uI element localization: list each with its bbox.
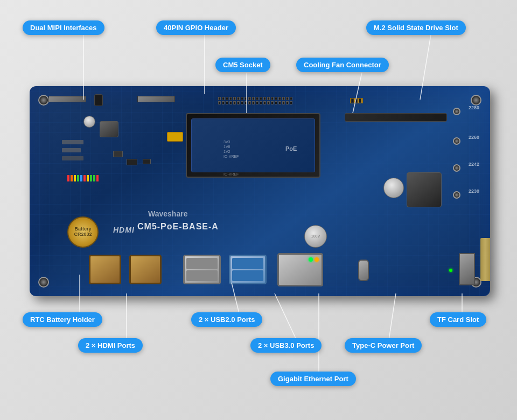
mount-hole-m2-3 xyxy=(453,164,460,172)
small-chip-3 xyxy=(113,151,123,157)
colored-pin xyxy=(90,175,92,181)
colored-pin xyxy=(77,175,79,181)
gpio-pin xyxy=(267,101,270,104)
gpio-pin xyxy=(286,97,289,100)
resistors-area xyxy=(62,140,110,167)
ethernet-port xyxy=(277,253,323,286)
usb2-port-stack xyxy=(183,255,221,284)
fan-pin xyxy=(359,99,361,103)
gpio-pin xyxy=(229,101,232,104)
eth-led-orange xyxy=(315,257,319,262)
usb3-slot-bottom xyxy=(232,270,263,282)
colored-pin xyxy=(80,175,82,181)
main-scene: Dual MIPI Interfaces 40PIN GPIO Header C… xyxy=(0,0,517,420)
gpio-pin xyxy=(290,101,292,104)
m2-label-2280: 2280 xyxy=(469,105,479,110)
gpio-pin xyxy=(260,101,262,104)
colored-pin xyxy=(83,175,86,181)
waveshare-logo-text: Waveshare xyxy=(148,209,187,218)
gpio-pin xyxy=(248,101,251,104)
tf-card-slot xyxy=(459,253,475,285)
colored-pin xyxy=(96,175,99,181)
label-ethernet: Gigabit Ethernet Port xyxy=(270,372,356,386)
gpio-pin xyxy=(282,101,285,104)
gpio-pin xyxy=(222,97,225,100)
label-dual-mipi: Dual MIPI Interfaces xyxy=(23,20,104,35)
usb3-port-stack xyxy=(229,255,267,284)
label-usb3-ports: 2 × USB3.0 Ports xyxy=(250,338,322,353)
gpio-pin xyxy=(263,97,266,100)
label-cooling-fan: Cooling Fan Connector xyxy=(296,58,389,72)
hdmi-board-label: HDMI xyxy=(113,226,135,234)
colored-pin xyxy=(87,175,89,181)
io-vref-label: IO-VREF xyxy=(223,172,239,176)
m2-label-2242: 2242 xyxy=(469,162,479,167)
gpio-pin xyxy=(233,101,236,104)
mount-hole-bl xyxy=(38,277,49,288)
rtc-battery-component: Battery CR2032 xyxy=(67,216,99,248)
colored-pin xyxy=(71,175,73,181)
pcb-board: 2280 2260 2242 2230 xyxy=(30,86,490,296)
gpio-color-strip xyxy=(67,175,99,181)
label-cm5-socket: CM5 Socket xyxy=(215,58,270,72)
gpio-pin xyxy=(260,97,262,100)
gpio-pin xyxy=(282,97,285,100)
gpio-pin xyxy=(244,97,247,100)
gpio-pin xyxy=(256,101,258,104)
resistor-2 xyxy=(62,148,81,152)
gpio-pin xyxy=(271,101,274,104)
hdmi-port-1 xyxy=(89,255,121,284)
fan-pin xyxy=(351,99,354,103)
gpio-pin xyxy=(241,97,243,100)
usb2-slot-bottom xyxy=(186,270,218,282)
label-hdmi-ports: 2 × HDMI Ports xyxy=(78,338,143,353)
type-c-port xyxy=(358,260,369,281)
gpio-pin xyxy=(286,101,289,104)
gpio-pin xyxy=(233,97,236,100)
usb2-slot-top xyxy=(186,258,218,269)
gpio-pin xyxy=(218,97,221,100)
gpio-pin xyxy=(252,101,255,104)
voltage-regulator xyxy=(407,172,442,207)
gpio-pin xyxy=(241,101,243,104)
gpio-pin xyxy=(263,101,266,104)
capacitor-main xyxy=(383,178,404,198)
label-usb2-ports: 2 × USB2.0 Ports xyxy=(191,312,262,327)
fan-pin xyxy=(355,99,358,103)
usb3-slot-top xyxy=(232,258,263,269)
capacitor-small-1 xyxy=(83,116,95,128)
gpio-pin xyxy=(256,97,258,100)
resistor-1 xyxy=(62,140,83,144)
fpc-mipi-right xyxy=(137,96,175,102)
battery-label-line2: CR2032 xyxy=(74,232,92,237)
gpio-pin xyxy=(267,97,270,100)
yellow-connector xyxy=(167,132,183,142)
fpc-mipi-left xyxy=(48,96,86,102)
eth-led-green xyxy=(309,257,313,262)
resistor-3 xyxy=(62,156,83,160)
poe-label: PoE xyxy=(285,145,297,152)
gpio-pin xyxy=(237,101,240,104)
mount-hole-tr xyxy=(471,95,481,106)
gpio-pin xyxy=(218,101,221,104)
m2-label-2260: 2260 xyxy=(469,135,479,140)
colored-pin xyxy=(67,175,69,181)
mount-hole-m2-4 xyxy=(453,191,460,199)
label-rtc-battery: RTC Battery Holder xyxy=(23,312,102,327)
cooling-fan-connector xyxy=(350,98,363,103)
gpio-pin xyxy=(222,101,225,104)
gpio-pin xyxy=(248,97,251,100)
gpio-pin xyxy=(229,97,232,100)
capacitor-100v: 100V xyxy=(304,225,327,248)
gpio-pin xyxy=(275,97,277,100)
waveshare-logo: Waveshare xyxy=(148,209,187,218)
label-type-c: Type-C Power Port xyxy=(345,338,422,353)
mount-hole-m2-1 xyxy=(453,108,460,115)
gpio-pin xyxy=(237,97,240,100)
colored-pin xyxy=(74,175,76,181)
gpio-header-component xyxy=(218,97,292,104)
gpio-pin xyxy=(278,97,281,100)
label-m2-ssd: M.2 Solid State Drive Slot xyxy=(366,20,466,35)
led-status xyxy=(449,269,452,272)
power-switch xyxy=(94,94,103,106)
